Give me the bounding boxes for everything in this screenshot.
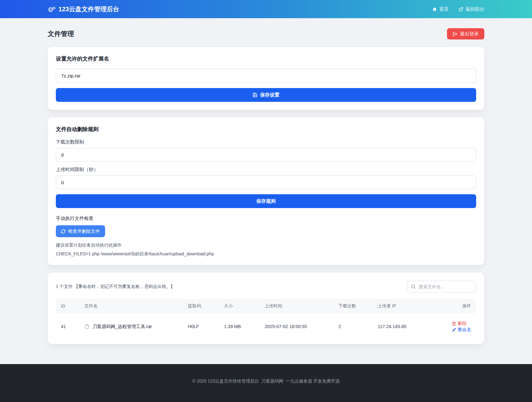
delete-label: 删除 <box>458 321 467 326</box>
nav-link-label: 首页 <box>439 6 449 12</box>
files-table-header-row: ID 文件名 提取码 大小 上传时间 下载次数 上传者 IP 操作 <box>56 299 476 313</box>
page-header: 文件管理 退出登录 <box>48 18 484 39</box>
external-link-icon <box>459 7 463 12</box>
delete-file-link[interactable]: 删除 <box>452 321 467 326</box>
cell-code: H0LF <box>183 313 219 336</box>
cell-id: 41 <box>56 313 79 336</box>
rename-file-link[interactable]: 重命名 <box>452 327 471 333</box>
nav-links: 首页 返回前台 <box>432 6 484 12</box>
file-list-card: 1 个文件 【重命名时，切记不可为重复名称，否则会出错。】 ID 文件名 <box>48 273 484 344</box>
file-count-summary: 1 个文件 【重命名时，切记不可为重复名称，否则会出错。】 <box>56 284 175 290</box>
cell-filename: 刀客源码网_远程管理工具.rar <box>84 324 178 330</box>
footer-text: © 2025 123云盘文件快传管理后台 刀客源码网 一九云服务器 开发免费开源 <box>0 368 532 384</box>
file-icon <box>84 324 89 329</box>
cell-downloads: 2 <box>333 313 373 336</box>
download-limit-input[interactable] <box>56 148 476 162</box>
cell-uploaded: 2025-07-02 18:00:55 <box>260 313 333 336</box>
logout-button[interactable]: 退出登录 <box>447 28 484 39</box>
cron-hint-text: 建议设置计划任务自动执行此操作 <box>56 243 476 248</box>
upload-time-input[interactable] <box>56 175 476 189</box>
save-icon <box>253 92 258 97</box>
top-navbar: ⚙⚙ 123云盘文件管理后台 首页 返回前台 <box>0 0 532 18</box>
col-header-size: 大小 <box>219 299 260 313</box>
col-header-downloads: 下载次数 <box>333 299 373 313</box>
file-list-header: 1 个文件 【重命名时，切记不可为重复名称，否则会出错。】 <box>56 281 476 293</box>
rules-card-heading: 文件自动删除规则 <box>56 126 476 133</box>
col-header-id: ID <box>56 299 79 313</box>
cell-size: 1.39 MB <box>219 313 260 336</box>
download-limit-label: 下载次数限制 <box>56 139 476 145</box>
extension-settings-card: 设置允许的文件扩展名 保存设置 <box>48 47 484 110</box>
table-row: 41 刀客源码网_远程管理工具.rar H0LF 1.39 MB 2025-0 <box>56 313 476 336</box>
nav-link-label: 返回前台 <box>466 6 484 12</box>
save-rules-button[interactable]: 保存规则 <box>56 194 476 208</box>
check-delete-files-button[interactable]: 检查并删除文件 <box>56 225 105 237</box>
save-settings-button[interactable]: 保存设置 <box>56 88 476 102</box>
pencil-icon <box>452 328 456 332</box>
logout-label: 退出登录 <box>460 31 479 37</box>
cell-ip: 117.24.145.85 <box>373 313 435 336</box>
gears-icon: ⚙⚙ <box>48 6 56 13</box>
search-input[interactable] <box>407 281 476 293</box>
upload-time-field: 上传时间限制（秒） <box>56 167 476 189</box>
download-limit-field: 下载次数限制 <box>56 139 476 162</box>
trash-icon <box>452 321 456 326</box>
col-header-actions: 操作 <box>435 299 476 313</box>
refresh-icon <box>61 229 66 234</box>
auto-delete-rules-card: 文件自动删除规则 下载次数限制 上传时间限制（秒） 保存规则 手动执行文件检查 … <box>48 117 484 265</box>
search-box <box>407 281 476 293</box>
brand-title: 123云盘文件管理后台 <box>59 5 119 13</box>
col-header-ip: 上传者 IP <box>373 299 435 313</box>
manual-check-label: 手动执行文件检查 <box>56 216 476 222</box>
home-icon <box>432 7 437 12</box>
nav-link-back-front[interactable]: 返回前台 <box>459 6 484 12</box>
col-header-code: 提取码 <box>183 299 219 313</box>
nav-link-home[interactable]: 首页 <box>432 6 449 12</box>
page-title: 文件管理 <box>48 29 74 38</box>
files-table: ID 文件名 提取码 大小 上传时间 下载次数 上传者 IP 操作 41 <box>56 299 476 336</box>
save-settings-label: 保存设置 <box>260 92 279 98</box>
upload-time-label: 上传时间限制（秒） <box>56 167 476 173</box>
page-footer: © 2025 123云盘文件快传管理后台 刀客源码网 一九云服务器 开发免费开源 <box>0 364 532 402</box>
check-delete-files-label: 检查并删除文件 <box>68 228 100 234</box>
brand[interactable]: ⚙⚙ 123云盘文件管理后台 <box>48 5 119 13</box>
cron-command-text: CHECK_FILES=1 php /www/wwwroot/你的目录/kaui… <box>56 251 476 257</box>
sign-out-icon <box>453 32 457 36</box>
rename-label: 重命名 <box>458 327 471 333</box>
filename-text: 刀客源码网_远程管理工具.rar <box>93 324 152 330</box>
col-header-filename: 文件名 <box>79 299 183 313</box>
col-header-uploaded: 上传时间 <box>260 299 333 313</box>
extension-card-heading: 设置允许的文件扩展名 <box>56 55 476 62</box>
extensions-input[interactable] <box>56 69 476 82</box>
